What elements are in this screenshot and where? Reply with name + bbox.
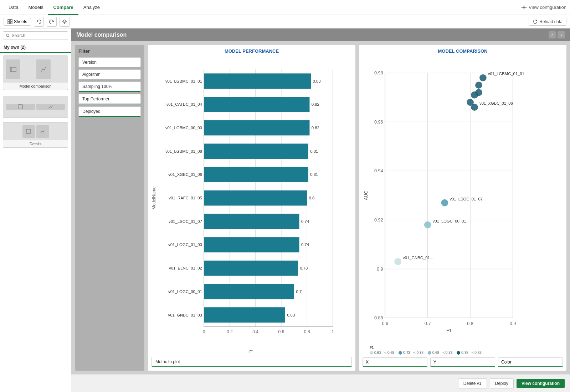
next-page-button[interactable]: ›	[558, 31, 565, 38]
svg-text:v01_GNBC_01_03: v01_GNBC_01_03	[168, 313, 202, 317]
prev-page-button[interactable]: ‹	[549, 31, 556, 38]
svg-text:v01_LGBMC_01_01: v01_LGBMC_01_01	[165, 79, 202, 83]
svg-point-90	[471, 92, 478, 99]
svg-text:0: 0	[203, 329, 205, 334]
svg-rect-5	[8, 20, 10, 21]
svg-text:0.88: 0.88	[374, 315, 383, 320]
bar-chart-area: 00.20.40.60.81ModelNamev01_LGBMC_01_010.…	[152, 57, 352, 349]
svg-rect-41	[204, 167, 308, 182]
nav-tab-data[interactable]: Data	[4, 0, 23, 15]
filter-version[interactable]: Version	[78, 57, 141, 67]
svg-text:0.7: 0.7	[296, 289, 302, 294]
svg-text:v01_CATBC_01_04: v01_CATBC_01_04	[166, 102, 202, 106]
legend-item-2: 0.68 - < 0.73	[428, 351, 452, 355]
svg-text:v01_LSOC_01_07: v01_LSOC_01_07	[450, 197, 482, 201]
search-box[interactable]	[3, 31, 68, 40]
sheet-item-2[interactable]	[3, 96, 68, 118]
deploy-button[interactable]: Deploy	[490, 378, 514, 388]
nav-tab-analyze[interactable]: Analyze	[78, 0, 105, 15]
svg-text:v01_RAFC_01_05: v01_RAFC_01_05	[169, 196, 202, 200]
svg-text:v01_LGBMC_00_00: v01_LGBMC_00_00	[165, 126, 202, 130]
scatter-chart-area: 0.60.70.80.90.880.90.920.940.960.98AUCF1…	[363, 57, 563, 344]
svg-text:0.6: 0.6	[382, 321, 388, 326]
svg-text:0.9: 0.9	[510, 321, 516, 326]
sheet-item-details[interactable]: Details	[3, 122, 68, 148]
svg-text:0.96: 0.96	[374, 120, 383, 125]
svg-text:v01_GNBC_01...: v01_GNBC_01...	[403, 256, 433, 260]
sheet-item-model-comparison[interactable]: Model comparison	[3, 56, 68, 90]
delete-button[interactable]: Delete v1	[458, 378, 487, 388]
bar-chart-x-label: F1	[152, 350, 352, 354]
svg-text:0.82: 0.82	[312, 126, 319, 130]
main-layout: My own (2) Model comparison	[0, 28, 570, 392]
svg-rect-7	[8, 22, 10, 24]
content-panels: Filter Version Algorithm Sampling 100% T…	[71, 41, 570, 374]
svg-rect-12	[10, 67, 16, 72]
redo-button[interactable]	[47, 17, 57, 27]
top-nav: Data Models Compare Analyze View configu…	[0, 0, 570, 15]
svg-text:0.4: 0.4	[252, 329, 258, 334]
svg-text:0.8: 0.8	[304, 329, 310, 334]
svg-text:0.8: 0.8	[309, 196, 315, 200]
filter-panel: Filter Version Algorithm Sampling 100% T…	[75, 45, 144, 371]
content-area: Model comparison ‹ › Filter Version Algo…	[71, 28, 570, 392]
filter-sampling[interactable]: Sampling 100%	[78, 82, 141, 92]
settings-button[interactable]	[60, 17, 70, 27]
sheets-button[interactable]: Sheets	[4, 18, 31, 26]
filter-deployed[interactable]: Deployed	[78, 106, 141, 117]
svg-rect-29	[204, 73, 311, 89]
svg-text:0.7: 0.7	[425, 321, 431, 326]
svg-rect-32	[204, 97, 309, 112]
svg-rect-47	[204, 214, 299, 229]
svg-rect-56	[204, 284, 294, 299]
filter-algorithm[interactable]: Algorithm	[78, 69, 141, 79]
svg-point-94	[441, 199, 448, 207]
bar-chart-panel: MODEL PERFORMANCE 00.20.40.60.81ModelNam…	[148, 45, 355, 371]
svg-text:0.73: 0.73	[300, 266, 308, 270]
svg-text:0.82: 0.82	[312, 102, 319, 106]
my-own-label: My own (2)	[0, 43, 71, 53]
svg-point-9	[64, 21, 65, 22]
svg-rect-53	[204, 261, 298, 276]
axis-fields: X Y Color	[363, 357, 563, 367]
view-config-button[interactable]: View configuration	[517, 379, 565, 388]
svg-text:v01_LGBMC_01_01: v01_LGBMC_01_01	[488, 72, 524, 76]
x-field[interactable]: X	[363, 357, 427, 367]
sheet-label-details: Details	[3, 140, 68, 147]
undo-button[interactable]	[34, 17, 44, 27]
legend-item-4: 0.78 - < 0.83	[457, 351, 481, 355]
toolbar-right: Reload data	[529, 18, 566, 26]
color-field[interactable]: Color	[498, 357, 563, 367]
svg-point-96	[424, 221, 431, 229]
svg-text:1: 1	[332, 329, 334, 334]
metric-to-plot[interactable]: Metric to plot	[152, 357, 352, 367]
svg-text:v01_LGBMC_01_08: v01_LGBMC_01_08	[165, 149, 202, 153]
svg-text:v01_ELNC_01_02: v01_ELNC_01_02	[169, 266, 202, 270]
nav-tab-models[interactable]: Models	[23, 0, 48, 15]
view-configuration-button[interactable]: View configuration	[521, 5, 566, 10]
svg-text:v01_LSOC_01_07: v01_LSOC_01_07	[169, 219, 202, 224]
svg-text:0.2: 0.2	[227, 329, 233, 334]
bottom-bar: Delete v1 Deploy View configuration	[71, 374, 570, 392]
page-title-bar: Model comparison ‹ ›	[71, 28, 570, 41]
svg-point-0	[523, 7, 525, 8]
svg-rect-38	[204, 143, 308, 159]
svg-text:v01_LOGC_01_00: v01_LOGC_01_00	[168, 243, 202, 247]
svg-text:0.74: 0.74	[301, 219, 309, 224]
scatter-chart-panel: MODEL COMPARISON 0.60.70.80.90.880.90.92…	[359, 45, 566, 371]
svg-rect-14	[18, 105, 22, 109]
y-field[interactable]: Y	[430, 357, 495, 367]
svg-text:v01_LOGC_00_01: v01_LOGC_00_01	[433, 219, 466, 223]
svg-text:AUC: AUC	[364, 191, 369, 200]
svg-rect-50	[204, 237, 299, 252]
nav-tab-compare[interactable]: Compare	[48, 0, 78, 15]
svg-text:0.8: 0.8	[467, 321, 473, 326]
sidebar: My own (2) Model comparison	[0, 28, 71, 392]
svg-text:v01_XGBC_01_06: v01_XGBC_01_06	[168, 172, 202, 177]
reload-button[interactable]: Reload data	[529, 18, 566, 26]
legend-item-1: 0.63 - < 0.68	[370, 351, 394, 355]
svg-text:v01_LOGC_00_01: v01_LOGC_00_01	[168, 289, 202, 294]
search-input[interactable]	[12, 33, 65, 38]
page-navigation: ‹ ›	[549, 31, 565, 38]
filter-top-performer[interactable]: Top Performer	[78, 94, 141, 104]
